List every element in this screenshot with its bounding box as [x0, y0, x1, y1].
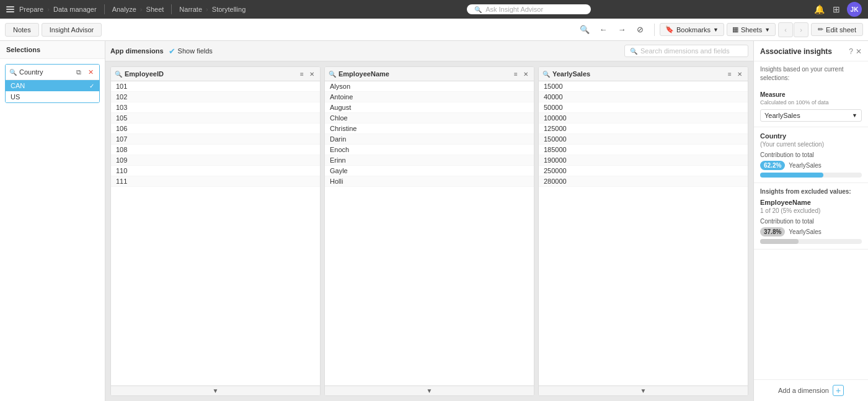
next-sheet-arrow[interactable]: › — [794, 22, 808, 37]
table-row[interactable]: 40000 — [539, 92, 748, 102]
close-name-table-icon[interactable]: ✕ — [521, 70, 530, 78]
hamburger-menu[interactable] — [6, 6, 14, 12]
ask-insight-input[interactable]: Ask Insight Advisor — [485, 6, 543, 13]
list-item[interactable]: CAN ✓ — [6, 80, 99, 91]
apps-grid-icon[interactable]: ⊞ — [830, 2, 843, 16]
table-row[interactable]: 50000 — [539, 102, 748, 113]
contribution-label: Contribution to total — [760, 151, 862, 158]
table-row[interactable]: Gayle — [325, 166, 534, 176]
table-row[interactable]: 101 — [111, 81, 320, 92]
employeename-card-sub: 1 of 20 (5% excluded) — [760, 207, 862, 214]
list-item[interactable]: US — [6, 91, 99, 102]
add-dimension-button[interactable]: Add a dimension + — [754, 379, 868, 401]
sort-icon[interactable]: ≡ — [298, 70, 306, 78]
table-row[interactable]: Antoine — [325, 92, 534, 102]
table-row[interactable]: Erinn — [325, 155, 534, 166]
table-row[interactable]: Christine — [325, 124, 534, 134]
table-row[interactable]: 280000 — [539, 176, 748, 187]
prepare-section: Prepare › Data manager — [19, 6, 97, 13]
employeename-insight-card: EmployeeName 1 of 20 (5% excluded) Contr… — [760, 199, 862, 244]
employeename-contribution-bar: 37.8% YearlySales — [760, 227, 862, 237]
employeeid-table-body: 101 102 103 105 106 107 108 109 110 111 — [111, 81, 320, 385]
selection-back-icon[interactable]: ← — [595, 21, 612, 38]
middle-area: App dimensions ✔ Show fields 🔍 Search di… — [105, 41, 753, 401]
search-dim-icon: 🔍 — [630, 48, 637, 55]
table-row[interactable]: 110 — [111, 166, 320, 176]
country-field-name: Country — [19, 68, 43, 76]
chevron-down-measure-icon: ▼ — [852, 112, 857, 119]
scroll-down-yearlysales[interactable]: ▼ — [539, 385, 748, 395]
table-row[interactable]: 106 — [111, 124, 320, 134]
table-row[interactable]: 190000 — [539, 155, 748, 166]
country-card-sub: (Your current selection) — [760, 141, 862, 148]
excluded-label: Insights from excluded values: — [760, 188, 862, 195]
prev-sheet-arrow[interactable]: ‹ — [778, 22, 793, 37]
table-row[interactable]: 100000 — [539, 113, 748, 124]
search-icon-name: 🔍 — [329, 71, 336, 78]
table-row[interactable]: Enoch — [325, 145, 534, 155]
scroll-down-employeename[interactable]: ▼ — [325, 385, 534, 395]
search-dimensions-input[interactable]: 🔍 Search dimensions and fields — [624, 45, 748, 57]
show-fields-toggle[interactable]: ✔ Show fields — [169, 47, 213, 56]
smart-search-icon[interactable]: 🔍 — [576, 21, 593, 38]
sheets-button[interactable]: ▦ Sheets ▼ — [727, 23, 776, 36]
measure-value: YearlySales — [764, 112, 800, 119]
selection-forward-icon[interactable]: → — [613, 21, 631, 38]
avatar[interactable]: JK — [847, 2, 862, 17]
country-card-title: Country — [760, 132, 862, 140]
employeename-percentage-badge: 37.8% — [760, 227, 785, 237]
insights-from-excluded-section: Insights from excluded values: EmployeeN… — [754, 183, 868, 250]
country-insight-card: Country (Your current selection) Contrib… — [754, 127, 868, 183]
table-row[interactable]: 105 — [111, 113, 320, 124]
contribution-bar-visual — [760, 173, 862, 178]
notes-button[interactable]: Notes — [5, 23, 39, 37]
selection-box-header: 🔍 Country ⧉ ✕ — [6, 65, 99, 80]
contribution-bar: 62.2% YearlySales — [760, 161, 862, 170]
table-row[interactable]: Holli — [325, 176, 534, 187]
sort-name-icon[interactable]: ≡ — [512, 70, 520, 78]
table-row[interactable]: 250000 — [539, 166, 748, 176]
search-icon-sales: 🔍 — [542, 71, 550, 78]
help-icon[interactable]: ? — [849, 47, 853, 56]
close-table-icon[interactable]: ✕ — [308, 70, 316, 78]
table-row[interactable]: 103 — [111, 102, 320, 113]
top-bar-actions: 🔔 ⊞ JK — [812, 2, 862, 17]
table-row[interactable]: 185000 — [539, 145, 748, 155]
table-row[interactable]: 15000 — [539, 81, 748, 92]
table-row[interactable]: 107 — [111, 134, 320, 145]
table-row[interactable]: 150000 — [539, 134, 748, 145]
table-row[interactable]: 108 — [111, 145, 320, 155]
insight-advisor-button[interactable]: Insight Advisor — [42, 23, 102, 37]
measure-select-dropdown[interactable]: YearlySales ▼ — [760, 109, 862, 122]
table-row[interactable]: Alyson — [325, 81, 534, 92]
edit-sheet-button[interactable]: ✏ Edit sheet — [811, 23, 863, 36]
table-row[interactable]: 111 — [111, 176, 320, 187]
yearlysales-table: 🔍 YearlySales ≡ ✕ 15000 40000 50000 1000… — [538, 66, 748, 396]
copy-selection-icon[interactable]: ⧉ — [74, 67, 84, 77]
bell-icon[interactable]: 🔔 — [812, 2, 826, 16]
table-row[interactable]: Darin — [325, 134, 534, 145]
table-row[interactable]: Chloe — [325, 113, 534, 124]
selections-header: Selections — [0, 41, 105, 59]
table-row[interactable]: 109 — [111, 155, 320, 166]
us-value: US — [11, 93, 20, 101]
table-row[interactable]: August — [325, 102, 534, 113]
sheets-grid-icon: ▦ — [732, 25, 738, 34]
measure-section: Measure Calculated on 100% of data Yearl… — [754, 86, 868, 127]
search-dimensions-placeholder: Search dimensions and fields — [640, 47, 730, 55]
show-fields-label: Show fields — [178, 47, 213, 55]
clear-selections-icon[interactable]: ⊘ — [632, 21, 649, 38]
bookmarks-button[interactable]: 🔖 Bookmarks ▼ — [660, 23, 724, 36]
close-sales-table-icon[interactable]: ✕ — [735, 70, 744, 78]
clear-selection-icon[interactable]: ✕ — [86, 67, 95, 77]
table-row[interactable]: 125000 — [539, 124, 748, 134]
search-icon-emp: 🔍 — [115, 71, 122, 78]
close-insights-icon[interactable]: ✕ — [856, 47, 862, 56]
table-row[interactable]: 102 — [111, 92, 320, 102]
chevron-down-icon: ▼ — [713, 27, 719, 33]
sort-sales-icon[interactable]: ≡ — [725, 70, 734, 78]
scroll-down-employeeid[interactable]: ▼ — [111, 385, 320, 395]
toolbar-icons: 🔍 ← → ⊘ — [576, 21, 649, 38]
add-dim-plus-icon: + — [833, 385, 844, 396]
check-icon: ✓ — [89, 83, 94, 89]
